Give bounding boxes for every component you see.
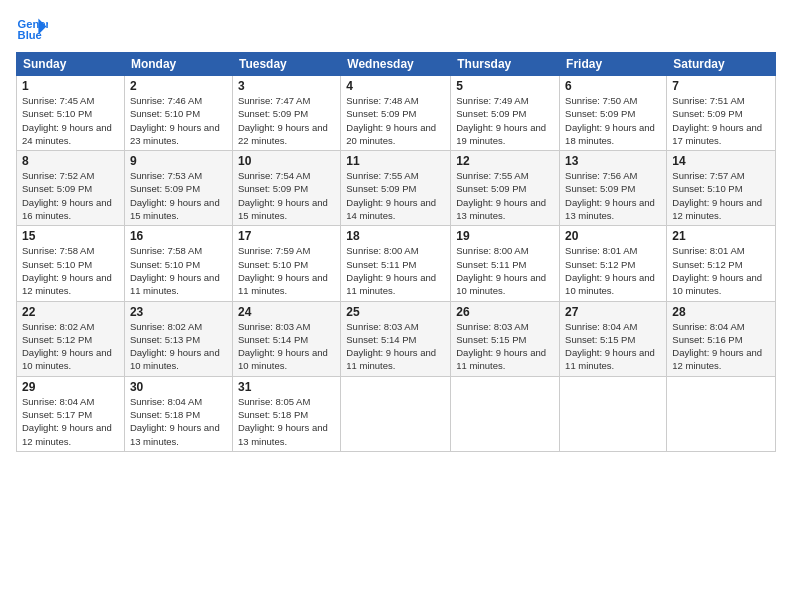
day-info: Sunrise: 7:49 AMSunset: 5:09 PMDaylight:… bbox=[456, 94, 554, 147]
day-info: Sunrise: 8:05 AMSunset: 5:18 PMDaylight:… bbox=[238, 395, 335, 448]
calendar-week-4: 22Sunrise: 8:02 AMSunset: 5:12 PMDayligh… bbox=[17, 301, 776, 376]
day-info: Sunrise: 8:03 AMSunset: 5:14 PMDaylight:… bbox=[238, 320, 335, 373]
day-info: Sunrise: 7:57 AMSunset: 5:10 PMDaylight:… bbox=[672, 169, 770, 222]
day-info: Sunrise: 8:02 AMSunset: 5:13 PMDaylight:… bbox=[130, 320, 227, 373]
day-number: 17 bbox=[238, 229, 335, 243]
calendar-cell: 23Sunrise: 8:02 AMSunset: 5:13 PMDayligh… bbox=[124, 301, 232, 376]
weekday-header-tuesday: Tuesday bbox=[232, 53, 340, 76]
day-number: 2 bbox=[130, 79, 227, 93]
day-number: 5 bbox=[456, 79, 554, 93]
calendar-cell bbox=[451, 376, 560, 451]
day-number: 4 bbox=[346, 79, 445, 93]
day-number: 21 bbox=[672, 229, 770, 243]
day-info: Sunrise: 8:04 AMSunset: 5:17 PMDaylight:… bbox=[22, 395, 119, 448]
day-info: Sunrise: 7:55 AMSunset: 5:09 PMDaylight:… bbox=[456, 169, 554, 222]
calendar-cell: 2Sunrise: 7:46 AMSunset: 5:10 PMDaylight… bbox=[124, 76, 232, 151]
day-info: Sunrise: 7:55 AMSunset: 5:09 PMDaylight:… bbox=[346, 169, 445, 222]
day-number: 20 bbox=[565, 229, 661, 243]
day-number: 7 bbox=[672, 79, 770, 93]
day-info: Sunrise: 7:45 AMSunset: 5:10 PMDaylight:… bbox=[22, 94, 119, 147]
day-info: Sunrise: 7:47 AMSunset: 5:09 PMDaylight:… bbox=[238, 94, 335, 147]
calendar-cell: 6Sunrise: 7:50 AMSunset: 5:09 PMDaylight… bbox=[560, 76, 667, 151]
weekday-header-monday: Monday bbox=[124, 53, 232, 76]
logo-icon: General Blue bbox=[16, 12, 48, 44]
calendar-cell: 27Sunrise: 8:04 AMSunset: 5:15 PMDayligh… bbox=[560, 301, 667, 376]
calendar-cell: 26Sunrise: 8:03 AMSunset: 5:15 PMDayligh… bbox=[451, 301, 560, 376]
calendar-cell: 3Sunrise: 7:47 AMSunset: 5:09 PMDaylight… bbox=[232, 76, 340, 151]
day-info: Sunrise: 8:00 AMSunset: 5:11 PMDaylight:… bbox=[456, 244, 554, 297]
calendar-cell: 15Sunrise: 7:58 AMSunset: 5:10 PMDayligh… bbox=[17, 226, 125, 301]
calendar-cell: 13Sunrise: 7:56 AMSunset: 5:09 PMDayligh… bbox=[560, 151, 667, 226]
day-number: 15 bbox=[22, 229, 119, 243]
day-info: Sunrise: 8:01 AMSunset: 5:12 PMDaylight:… bbox=[672, 244, 770, 297]
weekday-header-wednesday: Wednesday bbox=[341, 53, 451, 76]
logo: General Blue bbox=[16, 12, 52, 44]
day-info: Sunrise: 8:01 AMSunset: 5:12 PMDaylight:… bbox=[565, 244, 661, 297]
day-number: 6 bbox=[565, 79, 661, 93]
page: General Blue SundayMondayTuesdayWednesda… bbox=[0, 0, 792, 612]
calendar-cell: 12Sunrise: 7:55 AMSunset: 5:09 PMDayligh… bbox=[451, 151, 560, 226]
day-number: 24 bbox=[238, 305, 335, 319]
weekday-header-friday: Friday bbox=[560, 53, 667, 76]
day-info: Sunrise: 7:58 AMSunset: 5:10 PMDaylight:… bbox=[22, 244, 119, 297]
day-info: Sunrise: 8:04 AMSunset: 5:15 PMDaylight:… bbox=[565, 320, 661, 373]
calendar-cell: 30Sunrise: 8:04 AMSunset: 5:18 PMDayligh… bbox=[124, 376, 232, 451]
day-info: Sunrise: 7:50 AMSunset: 5:09 PMDaylight:… bbox=[565, 94, 661, 147]
day-number: 14 bbox=[672, 154, 770, 168]
day-info: Sunrise: 7:58 AMSunset: 5:10 PMDaylight:… bbox=[130, 244, 227, 297]
calendar-body: 1Sunrise: 7:45 AMSunset: 5:10 PMDaylight… bbox=[17, 76, 776, 452]
day-info: Sunrise: 7:59 AMSunset: 5:10 PMDaylight:… bbox=[238, 244, 335, 297]
calendar-cell: 1Sunrise: 7:45 AMSunset: 5:10 PMDaylight… bbox=[17, 76, 125, 151]
day-number: 30 bbox=[130, 380, 227, 394]
day-number: 1 bbox=[22, 79, 119, 93]
day-number: 12 bbox=[456, 154, 554, 168]
calendar-cell: 18Sunrise: 8:00 AMSunset: 5:11 PMDayligh… bbox=[341, 226, 451, 301]
day-number: 31 bbox=[238, 380, 335, 394]
day-number: 29 bbox=[22, 380, 119, 394]
day-info: Sunrise: 7:54 AMSunset: 5:09 PMDaylight:… bbox=[238, 169, 335, 222]
calendar-cell: 8Sunrise: 7:52 AMSunset: 5:09 PMDaylight… bbox=[17, 151, 125, 226]
calendar-header-row: SundayMondayTuesdayWednesdayThursdayFrid… bbox=[17, 53, 776, 76]
day-number: 8 bbox=[22, 154, 119, 168]
calendar-cell: 19Sunrise: 8:00 AMSunset: 5:11 PMDayligh… bbox=[451, 226, 560, 301]
day-number: 26 bbox=[456, 305, 554, 319]
weekday-header-saturday: Saturday bbox=[667, 53, 776, 76]
calendar-cell: 24Sunrise: 8:03 AMSunset: 5:14 PMDayligh… bbox=[232, 301, 340, 376]
day-number: 23 bbox=[130, 305, 227, 319]
weekday-header-sunday: Sunday bbox=[17, 53, 125, 76]
calendar-cell: 20Sunrise: 8:01 AMSunset: 5:12 PMDayligh… bbox=[560, 226, 667, 301]
calendar-week-2: 8Sunrise: 7:52 AMSunset: 5:09 PMDaylight… bbox=[17, 151, 776, 226]
calendar-cell: 14Sunrise: 7:57 AMSunset: 5:10 PMDayligh… bbox=[667, 151, 776, 226]
day-number: 28 bbox=[672, 305, 770, 319]
day-number: 18 bbox=[346, 229, 445, 243]
calendar-cell: 17Sunrise: 7:59 AMSunset: 5:10 PMDayligh… bbox=[232, 226, 340, 301]
calendar-cell: 29Sunrise: 8:04 AMSunset: 5:17 PMDayligh… bbox=[17, 376, 125, 451]
calendar-cell: 10Sunrise: 7:54 AMSunset: 5:09 PMDayligh… bbox=[232, 151, 340, 226]
day-number: 22 bbox=[22, 305, 119, 319]
calendar-week-1: 1Sunrise: 7:45 AMSunset: 5:10 PMDaylight… bbox=[17, 76, 776, 151]
calendar-cell: 7Sunrise: 7:51 AMSunset: 5:09 PMDaylight… bbox=[667, 76, 776, 151]
calendar-cell bbox=[667, 376, 776, 451]
svg-text:Blue: Blue bbox=[18, 29, 42, 41]
calendar-cell bbox=[560, 376, 667, 451]
day-number: 16 bbox=[130, 229, 227, 243]
day-info: Sunrise: 7:52 AMSunset: 5:09 PMDaylight:… bbox=[22, 169, 119, 222]
calendar-cell: 9Sunrise: 7:53 AMSunset: 5:09 PMDaylight… bbox=[124, 151, 232, 226]
calendar-cell: 11Sunrise: 7:55 AMSunset: 5:09 PMDayligh… bbox=[341, 151, 451, 226]
day-info: Sunrise: 8:02 AMSunset: 5:12 PMDaylight:… bbox=[22, 320, 119, 373]
day-number: 19 bbox=[456, 229, 554, 243]
day-number: 11 bbox=[346, 154, 445, 168]
day-number: 25 bbox=[346, 305, 445, 319]
calendar-cell: 31Sunrise: 8:05 AMSunset: 5:18 PMDayligh… bbox=[232, 376, 340, 451]
day-number: 10 bbox=[238, 154, 335, 168]
day-number: 9 bbox=[130, 154, 227, 168]
day-info: Sunrise: 7:48 AMSunset: 5:09 PMDaylight:… bbox=[346, 94, 445, 147]
calendar-cell bbox=[341, 376, 451, 451]
day-info: Sunrise: 7:51 AMSunset: 5:09 PMDaylight:… bbox=[672, 94, 770, 147]
day-info: Sunrise: 7:56 AMSunset: 5:09 PMDaylight:… bbox=[565, 169, 661, 222]
day-info: Sunrise: 7:46 AMSunset: 5:10 PMDaylight:… bbox=[130, 94, 227, 147]
day-info: Sunrise: 8:00 AMSunset: 5:11 PMDaylight:… bbox=[346, 244, 445, 297]
calendar-cell: 25Sunrise: 8:03 AMSunset: 5:14 PMDayligh… bbox=[341, 301, 451, 376]
day-number: 27 bbox=[565, 305, 661, 319]
calendar-cell: 22Sunrise: 8:02 AMSunset: 5:12 PMDayligh… bbox=[17, 301, 125, 376]
